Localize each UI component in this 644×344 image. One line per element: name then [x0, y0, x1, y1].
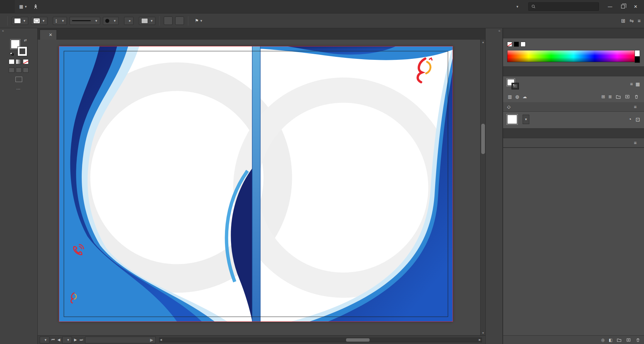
scroll-up-icon[interactable]: ▲ — [481, 40, 485, 44]
default-fill-stroke-icon[interactable] — [10, 52, 14, 56]
close-tab-icon[interactable]: ✕ — [49, 32, 52, 37]
phone-icon — [71, 243, 84, 257]
window-controls: — × — [604, 2, 641, 11]
layers-header[interactable]: ≡ — [503, 138, 644, 148]
brushes-stroke-symbols-tabs — [503, 128, 644, 138]
scroll-left-icon[interactable]: ◀ — [160, 338, 162, 342]
workspace-switcher[interactable]: ▼ — [509, 5, 523, 8]
last-artboard-icon[interactable]: ⏭ — [80, 338, 83, 342]
tools-collapse-icon[interactable]: « — [0, 28, 37, 34]
swatches-fill-stroke-proxy[interactable] — [507, 79, 519, 89]
edit-toolbar-icon[interactable]: … — [16, 85, 21, 90]
paint-style-buttons — [9, 59, 29, 64]
search-input[interactable] — [538, 4, 592, 9]
harmony-rules-dropdown[interactable]: ▼ — [523, 115, 529, 124]
fill-stroke-control[interactable]: ⇄ — [10, 39, 28, 56]
color-themes-icon[interactable]: ◍ — [515, 94, 519, 99]
salama-logo-icon — [69, 291, 79, 305]
sync-library-icon[interactable]: ☁ — [523, 94, 527, 99]
grid-view-icon[interactable]: ▦ — [636, 81, 640, 87]
black-swatch[interactable] — [514, 42, 519, 47]
grid-options-icon[interactable]: ⊞ — [621, 18, 626, 24]
document-setup-button[interactable] — [164, 16, 173, 25]
screen-mode-button[interactable] — [15, 77, 22, 82]
spectrum-bw-swatches[interactable] — [635, 50, 640, 63]
arrange-documents-icon: ▦ — [19, 4, 23, 9]
variable-width-profile[interactable]: ▼ — [70, 17, 100, 25]
stroke-proxy[interactable] — [18, 47, 27, 56]
status-display[interactable]: ▶ — [85, 337, 156, 343]
arrange-documents-button[interactable]: ▦▼ — [17, 4, 30, 9]
make-mask-icon[interactable]: ◧ — [609, 338, 612, 342]
color-button[interactable] — [9, 59, 14, 64]
gradient-button[interactable] — [16, 59, 22, 64]
layers-menu-icon[interactable]: ≡ — [631, 140, 640, 146]
new-group-icon[interactable] — [615, 94, 621, 100]
style-picker[interactable]: ▼ — [139, 17, 155, 25]
none-color-swatch[interactable] — [507, 42, 512, 47]
new-sublayer-icon[interactable] — [616, 337, 622, 343]
new-layer-icon[interactable] — [626, 337, 631, 343]
document-tab-bar: ✕ — [38, 28, 485, 40]
flow-options-icon[interactable]: ⇋ — [630, 18, 634, 24]
restore-button[interactable] — [617, 2, 629, 11]
control-panel-menu-icon[interactable]: ≡ — [638, 18, 641, 24]
locate-object-icon[interactable]: ◎ — [601, 338, 605, 342]
preferences-button[interactable] — [175, 16, 184, 25]
draw-inside-button[interactable] — [23, 68, 29, 73]
stroke-swatch — [33, 18, 40, 24]
color-spectrum[interactable] — [507, 50, 640, 62]
vertical-scroll-thumb[interactable] — [481, 124, 485, 154]
zoom-level-select[interactable]: ▼ — [40, 337, 49, 343]
artboard[interactable] — [59, 46, 453, 321]
none-button[interactable] — [23, 59, 29, 64]
tools-panel: « ⇄ … — [0, 28, 38, 344]
close-button[interactable]: × — [630, 2, 641, 11]
stroke-weight-field[interactable]: ▲▼ ▼ — [53, 17, 67, 25]
opacity-field[interactable]: ▼ — [124, 17, 134, 25]
draw-behind-button[interactable] — [16, 68, 22, 73]
brush-definition[interactable]: ▼ — [103, 17, 119, 25]
delete-layer-icon[interactable] — [635, 337, 641, 343]
swatch-libraries-icon[interactable]: ▥ — [508, 94, 512, 99]
back-brand — [69, 291, 81, 305]
swap-fill-stroke-icon[interactable]: ⇄ — [24, 38, 27, 42]
vertical-scrollbar[interactable]: ▲ ▼ — [480, 40, 485, 335]
document-tab[interactable]: ✕ — [40, 30, 57, 40]
first-artboard-icon[interactable]: ⏮ — [51, 338, 55, 342]
stroke-color-picker[interactable]: ▼ — [31, 17, 47, 25]
delete-swatch-icon[interactable] — [634, 94, 639, 100]
next-artboard-icon[interactable]: ▶ — [74, 338, 77, 342]
new-swatch-icon[interactable] — [624, 94, 630, 100]
list-view-icon[interactable]: ≡ — [630, 81, 633, 87]
draw-normal-button[interactable] — [9, 68, 14, 73]
chevron-down-icon: ▼ — [516, 5, 519, 8]
horizontal-scrollbar[interactable]: ◀ ▶ — [159, 338, 482, 342]
minimize-button[interactable]: — — [604, 2, 616, 11]
artboard-navigation-field[interactable]: ▼ — [62, 337, 72, 343]
white-swatch[interactable] — [521, 42, 526, 47]
scroll-down-icon[interactable]: ▼ — [481, 331, 485, 335]
app-logo — [0, 0, 15, 13]
cover-artwork — [59, 46, 453, 321]
color-guide-menu-icon[interactable]: ≡ — [631, 104, 640, 110]
previous-artboard-icon[interactable]: ◀ — [58, 338, 60, 342]
color-guide-header[interactable]: ◇ ≡ — [503, 102, 644, 112]
canvas[interactable]: ▲ ▼ — [38, 40, 485, 335]
expand-panels-icon[interactable]: « — [486, 28, 502, 34]
stock-search[interactable] — [528, 2, 599, 11]
stroke-stepper[interactable]: ▲▼ — [55, 18, 58, 23]
fill-swatch — [14, 18, 21, 24]
save-group-icon[interactable]: ⊡ — [636, 116, 640, 123]
swatch-kinds-icon[interactable]: ⊞ — [601, 94, 605, 99]
swatch-options-icon[interactable]: ≣ — [608, 94, 612, 99]
shape-builder-icon[interactable]: ⚑▼ — [192, 18, 205, 23]
scroll-right-icon[interactable]: ▶ — [479, 338, 481, 342]
document-area: ✕ — [38, 28, 485, 344]
edit-colors-icon[interactable]: ◔ — [628, 116, 632, 123]
horizontal-scroll-thumb[interactable] — [346, 338, 370, 342]
restore-icon — [621, 5, 625, 8]
fill-color-picker[interactable]: ▼ — [12, 17, 28, 25]
base-color-swatch[interactable] — [507, 115, 517, 124]
gpu-performance-icon[interactable] — [30, 4, 41, 10]
